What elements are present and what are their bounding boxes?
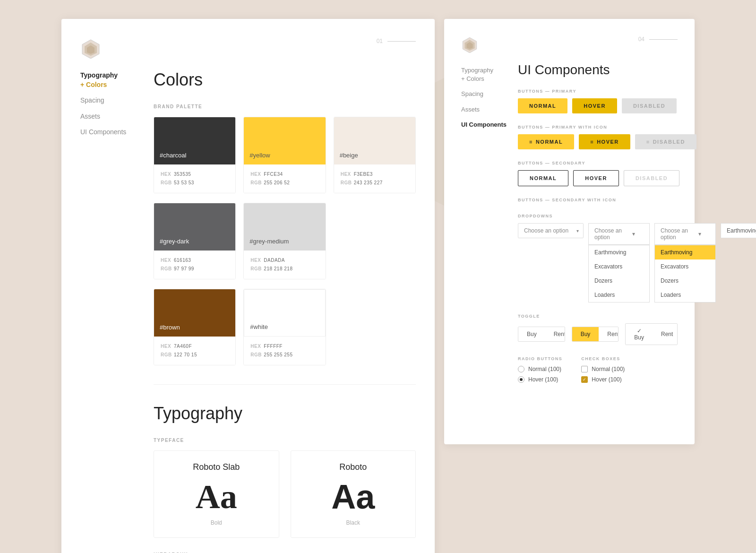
color-info-brown: HEX7A460F RGB122 70 15 [154,337,235,365]
right-sidebar-typography[interactable]: Typography+ Colors [461,66,508,83]
btn-primary-normal[interactable]: NORMAL [518,98,567,113]
dropdown-2-list: Earthmoving Excavators Dozers Loaders [588,245,650,302]
right-panel: 04 Typography+ Colors Spacing Assets UI … [444,19,695,444]
color-rgb-white: RGB255 255 255 [250,351,318,359]
typeface-card-roboto-slab: Roboto Slab Aa Bold [154,450,279,538]
color-rgb-beige: RGB243 235 227 [341,179,409,187]
typeface-label: TYPEFACE [154,438,416,443]
toggle-rent-1[interactable]: Rent [545,327,565,341]
right-sidebar-ui-components[interactable]: UI Components [461,121,508,129]
dropdown-3-option-loaders[interactable]: Loaders [655,288,715,302]
sidebar-spacing-label: Spacing [80,96,104,104]
menu-icon: ≡ [529,139,533,145]
checkbox-outer-hover: ✓ [581,376,588,383]
checkbox-label-hover: Hover (100) [592,376,621,383]
color-name-grey-dark: #grey-dark [160,238,189,245]
page-number-right: 04 [638,36,678,43]
color-name-grey-medium: #grey-medium [249,238,289,245]
btn-primary-icon-normal[interactable]: ≡ NORMAL [518,134,574,149]
buttons-secondary-label: BUTTONS — SECONDARY [518,161,678,165]
radio-buttons-label: RADIO BUTTONS [518,356,562,361]
dropdown-4[interactable]: Earthmoving ▾ [721,223,756,238]
color-name-white: #white [250,323,268,330]
color-hex-brown: HEX7A460F [161,342,229,351]
toggle-label: TOGGLE [518,314,678,319]
checkbox-item-normal[interactable]: Normal (100) [581,366,625,372]
right-main-content: UI Components BUTTONS — PRIMARY NORMAL H… [518,62,678,387]
buttons-secondary-row: NORMAL HOVER DISABLED [518,170,678,186]
buttons-primary-icon-row: ≡ NORMAL ≡ HOVER ≡ DISABLED [518,134,678,149]
dropdown-3-option-excavators[interactable]: Excavators [655,259,715,274]
toggle-buy-1[interactable]: Buy [518,327,545,341]
color-grid-empty [334,203,416,279]
color-card-beige: #beige HEXF3EBE3 RGB243 235 227 [334,117,416,193]
dropdown-option-earthmoving[interactable]: Earthmoving [589,245,649,259]
colors-title: Colors [154,70,416,90]
checkbox-label-normal: Normal (100) [592,366,625,372]
color-hex-white: HEXFFFFFF [250,342,318,351]
radio-label-normal: Normal (100) [528,366,561,372]
dropdown-2-trigger[interactable]: Choose an option ▾ [588,223,650,245]
radio-buttons-group: RADIO BUTTONS Normal (100) Hover (100) [518,356,562,387]
radio-item-hover[interactable]: Hover (100) [518,376,562,383]
btn-secondary-disabled: DISABLED [624,170,679,186]
dropdown-2-label: Choose an option [594,227,628,241]
color-name-brown: #brown [160,324,180,331]
btn-secondary-hover[interactable]: HOVER [573,170,619,186]
dropdown-4-value: Earthmoving [727,227,756,234]
dropdown-3-label: Choose an option [661,227,695,241]
dropdown-option-excavators[interactable]: Excavators [589,259,649,274]
toggle-buy-3[interactable]: Buy [626,324,653,345]
sidebar-item-assets[interactable]: Assets [80,112,137,121]
page-num-right-label: 04 [638,36,644,43]
buttons-primary-section: BUTTONS — PRIMARY NORMAL HOVER DISABLED [518,89,678,113]
dropdown-1[interactable]: Choose an option Earthmoving Excavators … [518,223,584,238]
color-rgb-brown: RGB122 70 15 [161,351,229,359]
toggle-rent-3[interactable]: Rent [653,324,678,345]
color-hex-charcoal: HEX353535 [161,170,229,179]
buttons-primary-label: BUTTONS — PRIMARY [518,89,678,94]
radio-label-hover: Hover (100) [528,376,558,383]
toggle-section: TOGGLE Buy Rent Buy Rent Buy Re [518,314,678,345]
sidebar-item-ui-components[interactable]: UI Components [80,128,137,137]
btn-primary-hover[interactable]: HOVER [572,98,617,113]
right-sidebar-assets[interactable]: Assets [461,105,508,114]
color-grid-row3: #brown HEX7A460F RGB122 70 15 #white HEX… [154,289,416,365]
radio-item-normal[interactable]: Normal (100) [518,366,562,372]
color-card-grey-dark: #grey-dark HEX616163 RGB97 97 99 [154,203,236,279]
color-name-beige: #beige [340,152,358,159]
color-name-yellow: #yellow [249,152,270,159]
btn-secondary-normal[interactable]: NORMAL [518,170,568,186]
color-card-grey-medium: #grey-medium HEXDADADA RGB218 218 218 [243,203,326,279]
dropdown-3-trigger[interactable]: Choose an option ▾ [654,223,716,245]
checkboxes-group: CHECK BOXES Normal (100) ✓ Hover (100) [581,356,625,387]
dropdown-3-option-dozers[interactable]: Dozers [655,274,715,288]
buttons-primary-icon-section: BUTTONS — PRIMARY WITH ICON ≡ NORMAL ≡ H… [518,125,678,149]
buttons-secondary-icon-section: BUTTONS — SECONDARY WITH ICON [518,198,678,202]
typeface-weight-roboto: Black [302,519,404,526]
radio-inner-hover [520,378,523,381]
color-rgb-grey-dark: RGB97 97 99 [161,265,229,273]
page-wrapper: 01 Typography+ Colors Spacing Assets UI … [43,0,713,553]
color-hex-beige: HEXF3EBE3 [341,170,409,179]
toggle-rent-2[interactable]: Rent [599,327,619,341]
color-rgb-yellow: RGB255 206 52 [250,179,318,187]
btn-primary-icon-hover[interactable]: ≡ HOVER [579,134,630,149]
sidebar-item-typography-colors[interactable]: Typography+ Colors [80,71,137,89]
toggle-buy-2[interactable]: Buy [572,327,599,341]
btn-primary-icon-disabled: ≡ DISABLED [635,134,696,149]
color-rgb-grey-medium: RGB218 218 218 [250,265,318,273]
dropdown-option-dozers[interactable]: Dozers [589,274,649,288]
color-hex-yellow: HEXFFCE34 [250,170,318,179]
btn-primary-disabled: DISABLED [622,98,677,113]
checkbox-item-hover[interactable]: ✓ Hover (100) [581,376,625,383]
color-info-beige: HEXF3EBE3 RGB243 235 227 [334,164,415,193]
sidebar-item-spacing[interactable]: Spacing [80,96,137,105]
dropdown-option-loaders[interactable]: Loaders [589,288,649,302]
buttons-primary-row: NORMAL HOVER DISABLED [518,98,678,113]
dropdown-3-option-earthmoving[interactable]: Earthmoving [655,245,715,259]
color-name-charcoal: #charcoal [160,152,186,159]
typography-section: Typography TYPEFACE Roboto Slab Aa Bold … [154,404,416,553]
sidebar-left: Typography+ Colors Spacing Assets UI Com… [80,71,137,144]
right-sidebar-spacing[interactable]: Spacing [461,90,508,98]
